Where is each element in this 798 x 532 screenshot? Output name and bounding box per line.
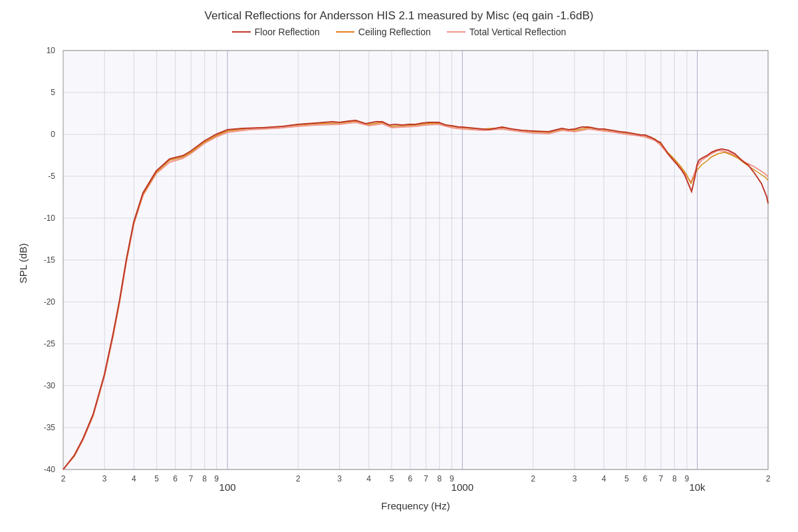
svg-text:2: 2 — [61, 474, 66, 483]
svg-text:3: 3 — [102, 474, 107, 483]
legend-ceiling-line — [336, 31, 354, 33]
svg-text:2: 2 — [296, 474, 301, 483]
svg-text:10k: 10k — [689, 481, 706, 493]
svg-text:-20: -20 — [44, 297, 56, 307]
svg-text:-15: -15 — [44, 255, 56, 265]
svg-text:-5: -5 — [48, 172, 55, 181]
svg-text:SPL (dB): SPL (dB) — [17, 243, 29, 283]
svg-text:8: 8 — [202, 474, 207, 483]
svg-text:9: 9 — [214, 474, 219, 483]
svg-text:7: 7 — [424, 474, 428, 483]
svg-text:6: 6 — [643, 474, 648, 483]
svg-text:0: 0 — [51, 130, 55, 139]
svg-text:2: 2 — [531, 474, 535, 483]
svg-text:5: 5 — [51, 88, 55, 97]
legend-floor-line — [232, 31, 251, 33]
svg-text:-40: -40 — [44, 465, 56, 474]
svg-text:7: 7 — [659, 474, 664, 483]
svg-text:4: 4 — [132, 474, 136, 483]
legend-floor: Floor Reflection — [232, 27, 320, 37]
plot-area: .grid-line { stroke: #c8c8d8; stroke-wid… — [17, 44, 781, 516]
svg-text:6: 6 — [173, 474, 178, 483]
svg-text:10: 10 — [47, 46, 56, 55]
legend-ceiling: Ceiling Reflection — [336, 27, 431, 37]
svg-text:5: 5 — [390, 474, 394, 483]
legend-total-line — [447, 31, 466, 33]
svg-text:8: 8 — [438, 474, 442, 483]
svg-text:5: 5 — [624, 474, 629, 483]
svg-text:Frequency (Hz): Frequency (Hz) — [381, 500, 450, 511]
svg-text:-25: -25 — [44, 339, 56, 348]
svg-text:100: 100 — [219, 481, 236, 493]
svg-text:3: 3 — [337, 474, 342, 483]
svg-text:4: 4 — [366, 474, 371, 483]
legend-total: Total Vertical Reflection — [447, 27, 567, 37]
chart-container: Vertical Reflections for Andersson HIS 2… — [0, 0, 798, 532]
svg-text:-10: -10 — [44, 213, 56, 223]
svg-text:6: 6 — [408, 474, 413, 483]
legend-floor-label: Floor Reflection — [255, 27, 320, 37]
svg-text:7: 7 — [189, 474, 194, 483]
chart-title: Vertical Reflections for Andersson HIS 2… — [205, 9, 594, 23]
legend-total-label: Total Vertical Reflection — [469, 27, 567, 37]
svg-text:-30: -30 — [44, 381, 56, 390]
svg-text:4: 4 — [602, 474, 606, 483]
svg-text:2: 2 — [766, 474, 771, 483]
legend: Floor Reflection Ceiling Reflection Tota… — [232, 27, 567, 37]
svg-text:8: 8 — [672, 474, 677, 483]
svg-text:1000: 1000 — [452, 481, 473, 493]
svg-text:5: 5 — [154, 474, 159, 483]
chart-svg: .grid-line { stroke: #c8c8d8; stroke-wid… — [17, 44, 781, 516]
svg-text:-35: -35 — [44, 423, 56, 432]
legend-ceiling-label: Ceiling Reflection — [358, 27, 431, 37]
svg-text:3: 3 — [573, 474, 577, 483]
